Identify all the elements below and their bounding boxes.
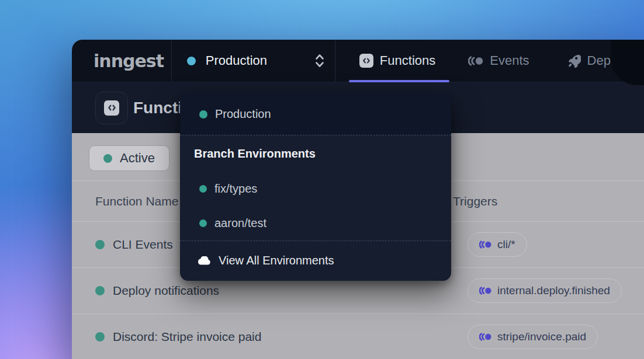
active-status-dot bbox=[103, 154, 112, 163]
inngest-logo[interactable]: inngest bbox=[94, 51, 164, 71]
dropdown-item-label: Production bbox=[215, 107, 271, 121]
dropdown-item-fix-types[interactable]: fix/types bbox=[180, 172, 451, 206]
event-stream-icon bbox=[479, 333, 491, 341]
active-filter-button[interactable]: Active bbox=[89, 145, 169, 171]
environment-status-dot bbox=[199, 219, 207, 227]
dropdown-item-label: aaron/test bbox=[214, 217, 266, 230]
branch-environments-heading: Branch Environments bbox=[180, 135, 451, 172]
environment-selector[interactable]: Production bbox=[172, 40, 335, 82]
view-all-environments-label: View All Environments bbox=[219, 254, 334, 267]
table-row[interactable]: Discord: Stripe invoice paid stripe/invo… bbox=[72, 314, 644, 359]
function-status-dot bbox=[95, 286, 105, 295]
view-all-environments-item[interactable]: View All Environments bbox=[180, 241, 451, 280]
event-stream-icon bbox=[468, 56, 483, 66]
code-icon bbox=[359, 54, 373, 68]
unfold-chevron-icon bbox=[313, 53, 326, 69]
environment-selector-label: Production bbox=[206, 53, 267, 68]
tab-events-label: Events bbox=[490, 53, 529, 68]
column-header-triggers: Triggers bbox=[453, 194, 644, 208]
function-name: Deploy notifications bbox=[113, 284, 219, 298]
function-name: CLI Events bbox=[113, 238, 173, 252]
environment-status-dot bbox=[199, 185, 207, 193]
tab-functions[interactable]: Functions bbox=[349, 40, 446, 82]
function-status-dot bbox=[95, 332, 105, 341]
trigger-badge: stripe/invoice.paid bbox=[468, 325, 598, 349]
top-nav: inngest Production Functions bbox=[72, 40, 644, 82]
environment-dropdown: Production Branch Environments fix/types… bbox=[180, 93, 451, 281]
environment-status-dot bbox=[199, 110, 207, 118]
environment-status-dot bbox=[187, 57, 196, 65]
nav-tabs: Functions Events bbox=[349, 40, 644, 82]
trigger-name: internal.deploy.finished bbox=[497, 284, 610, 297]
trigger-badge: internal.deploy.finished bbox=[468, 278, 622, 303]
dropdown-item-production[interactable]: Production bbox=[180, 93, 451, 135]
dropdown-item-label: fix/types bbox=[214, 182, 257, 196]
event-stream-icon bbox=[479, 287, 491, 295]
function-status-dot bbox=[95, 240, 105, 249]
rocket-icon bbox=[567, 54, 581, 68]
dropdown-item-aaron-test[interactable]: aaron/test bbox=[180, 206, 451, 241]
trigger-name: stripe/invoice.paid bbox=[497, 330, 586, 343]
functions-page-icon-box bbox=[95, 92, 128, 124]
app-window: inngest Production Functions bbox=[72, 40, 644, 359]
cloud-icon bbox=[198, 256, 210, 265]
active-tab-underline bbox=[349, 80, 449, 82]
code-icon bbox=[104, 100, 119, 116]
trigger-name: cli/* bbox=[497, 238, 515, 251]
tab-functions-label: Functions bbox=[380, 53, 435, 68]
active-filter-label: Active bbox=[120, 151, 155, 166]
function-name: Discord: Stripe invoice paid bbox=[113, 330, 261, 344]
logo-area: inngest bbox=[72, 40, 172, 82]
event-stream-icon bbox=[479, 241, 491, 249]
tab-events[interactable]: Events bbox=[458, 40, 539, 82]
trigger-badge: cli/* bbox=[468, 232, 527, 257]
